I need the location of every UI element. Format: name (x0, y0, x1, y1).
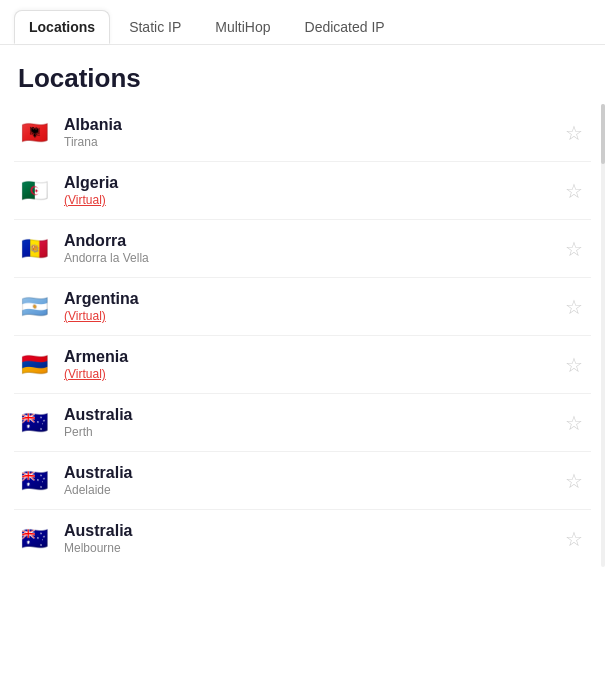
location-item-andorra[interactable]: 🇦🇩AndorraAndorra la Vella☆ (14, 220, 591, 278)
location-list-container: 🇦🇱AlbaniaTirana☆🇩🇿Algeria(Virtual)☆🇦🇩And… (0, 104, 605, 567)
location-info-argentina: Argentina(Virtual) (64, 290, 561, 323)
tab-bar: LocationsStatic IPMultiHopDedicated IP (0, 0, 605, 45)
flag-andorra: 🇦🇩 (18, 238, 50, 260)
location-item-albania[interactable]: 🇦🇱AlbaniaTirana☆ (14, 104, 591, 162)
location-name-australia-adelaide: Australia (64, 464, 561, 482)
favorite-button-australia-adelaide[interactable]: ☆ (561, 465, 587, 497)
location-item-australia-adelaide[interactable]: 🇦🇺AustraliaAdelaide☆ (14, 452, 591, 510)
favorite-button-andorra[interactable]: ☆ (561, 233, 587, 265)
location-sub-australia-adelaide: Adelaide (64, 483, 561, 497)
flag-australia-adelaide: 🇦🇺 (18, 470, 50, 492)
location-sub-australia-perth: Perth (64, 425, 561, 439)
tab-multihop[interactable]: MultiHop (200, 10, 285, 44)
location-list: 🇦🇱AlbaniaTirana☆🇩🇿Algeria(Virtual)☆🇦🇩And… (0, 104, 605, 567)
scrollbar-track[interactable] (601, 104, 605, 567)
favorite-button-albania[interactable]: ☆ (561, 117, 587, 149)
favorite-button-australia-melbourne[interactable]: ☆ (561, 523, 587, 555)
location-sub-australia-melbourne: Melbourne (64, 541, 561, 555)
flag-armenia: 🇦🇲 (18, 354, 50, 376)
location-info-armenia: Armenia(Virtual) (64, 348, 561, 381)
location-item-armenia[interactable]: 🇦🇲Armenia(Virtual)☆ (14, 336, 591, 394)
location-sub-argentina: (Virtual) (64, 309, 561, 323)
tab-dedicated-ip[interactable]: Dedicated IP (290, 10, 400, 44)
location-sub-algeria: (Virtual) (64, 193, 561, 207)
flag-australia-perth: 🇦🇺 (18, 412, 50, 434)
location-info-australia-melbourne: AustraliaMelbourne (64, 522, 561, 555)
location-name-argentina: Argentina (64, 290, 561, 308)
location-sub-armenia: (Virtual) (64, 367, 561, 381)
location-name-armenia: Armenia (64, 348, 561, 366)
flag-algeria: 🇩🇿 (18, 180, 50, 202)
tab-static-ip[interactable]: Static IP (114, 10, 196, 44)
tab-locations[interactable]: Locations (14, 10, 110, 44)
location-item-australia-perth[interactable]: 🇦🇺AustraliaPerth☆ (14, 394, 591, 452)
favorite-button-argentina[interactable]: ☆ (561, 291, 587, 323)
favorite-button-australia-perth[interactable]: ☆ (561, 407, 587, 439)
location-name-australia-melbourne: Australia (64, 522, 561, 540)
location-name-algeria: Algeria (64, 174, 561, 192)
location-item-argentina[interactable]: 🇦🇷Argentina(Virtual)☆ (14, 278, 591, 336)
flag-argentina: 🇦🇷 (18, 296, 50, 318)
location-name-australia-perth: Australia (64, 406, 561, 424)
location-name-andorra: Andorra (64, 232, 561, 250)
location-info-australia-adelaide: AustraliaAdelaide (64, 464, 561, 497)
location-info-algeria: Algeria(Virtual) (64, 174, 561, 207)
location-info-albania: AlbaniaTirana (64, 116, 561, 149)
location-info-australia-perth: AustraliaPerth (64, 406, 561, 439)
flag-australia-melbourne: 🇦🇺 (18, 528, 50, 550)
page-title: Locations (0, 45, 605, 104)
location-sub-albania: Tirana (64, 135, 561, 149)
location-name-albania: Albania (64, 116, 561, 134)
location-item-australia-melbourne[interactable]: 🇦🇺AustraliaMelbourne☆ (14, 510, 591, 567)
favorite-button-algeria[interactable]: ☆ (561, 175, 587, 207)
location-item-algeria[interactable]: 🇩🇿Algeria(Virtual)☆ (14, 162, 591, 220)
favorite-button-armenia[interactable]: ☆ (561, 349, 587, 381)
location-sub-andorra: Andorra la Vella (64, 251, 561, 265)
location-info-andorra: AndorraAndorra la Vella (64, 232, 561, 265)
scrollbar-thumb[interactable] (601, 104, 605, 164)
flag-albania: 🇦🇱 (18, 122, 50, 144)
